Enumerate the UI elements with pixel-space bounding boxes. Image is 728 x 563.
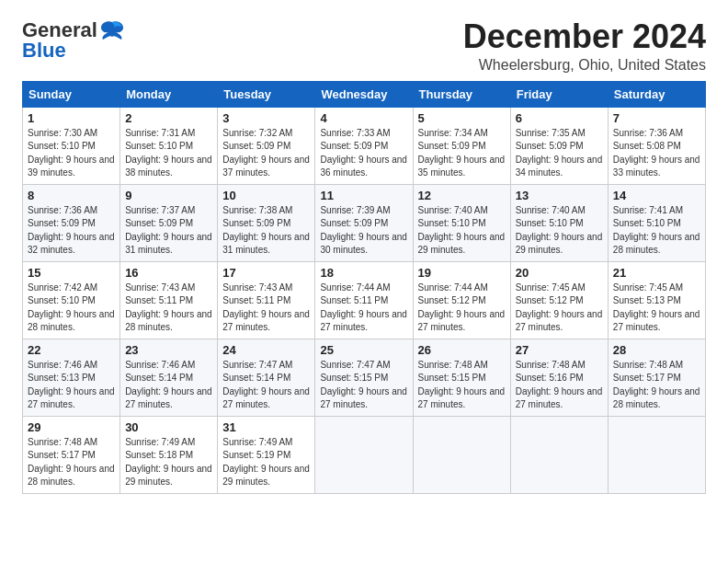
calendar-cell: 13Sunrise: 7:40 AMSunset: 5:10 PMDayligh… — [510, 184, 608, 261]
calendar-cell: 14Sunrise: 7:41 AMSunset: 5:10 PMDayligh… — [608, 184, 705, 261]
calendar-week-row: 29Sunrise: 7:48 AMSunset: 5:17 PMDayligh… — [23, 416, 706, 493]
main-title: December 2024 — [463, 18, 706, 55]
logo-bird-icon — [99, 20, 125, 40]
day-detail: Sunrise: 7:43 AMSunset: 5:11 PMDaylight:… — [125, 282, 212, 335]
day-number: 17 — [222, 266, 310, 280]
calendar-header-saturday: Saturday — [608, 81, 705, 107]
calendar: SundayMondayTuesdayWednesdayThursdayFrid… — [22, 81, 706, 494]
calendar-cell: 30Sunrise: 7:49 AMSunset: 5:18 PMDayligh… — [120, 416, 218, 493]
logo-blue-text: Blue — [22, 39, 66, 63]
day-detail: Sunrise: 7:33 AMSunset: 5:09 PMDaylight:… — [320, 127, 407, 180]
day-number: 18 — [320, 266, 407, 280]
calendar-cell: 20Sunrise: 7:45 AMSunset: 5:12 PMDayligh… — [510, 261, 608, 339]
calendar-cell — [608, 416, 705, 493]
day-detail: Sunrise: 7:46 AMSunset: 5:13 PMDaylight:… — [28, 359, 115, 412]
calendar-cell: 22Sunrise: 7:46 AMSunset: 5:13 PMDayligh… — [23, 339, 120, 416]
calendar-cell: 25Sunrise: 7:47 AMSunset: 5:15 PMDayligh… — [315, 339, 413, 416]
calendar-cell: 11Sunrise: 7:39 AMSunset: 5:09 PMDayligh… — [315, 184, 413, 261]
calendar-cell: 15Sunrise: 7:42 AMSunset: 5:10 PMDayligh… — [23, 261, 120, 339]
calendar-cell — [413, 416, 510, 493]
calendar-cell: 23Sunrise: 7:46 AMSunset: 5:14 PMDayligh… — [120, 339, 218, 416]
calendar-cell: 31Sunrise: 7:49 AMSunset: 5:19 PMDayligh… — [218, 416, 315, 493]
calendar-header-friday: Friday — [510, 81, 608, 107]
day-number: 4 — [320, 111, 407, 125]
day-number: 28 — [613, 343, 700, 357]
day-number: 13 — [516, 189, 603, 202]
calendar-cell: 16Sunrise: 7:43 AMSunset: 5:11 PMDayligh… — [120, 261, 218, 339]
calendar-cell: 12Sunrise: 7:40 AMSunset: 5:10 PMDayligh… — [413, 184, 510, 261]
calendar-cell: 9Sunrise: 7:37 AMSunset: 5:09 PMDaylight… — [120, 184, 218, 261]
day-detail: Sunrise: 7:49 AMSunset: 5:19 PMDaylight:… — [222, 436, 310, 489]
subtitle: Wheelersburg, Ohio, United States — [463, 57, 706, 74]
day-detail: Sunrise: 7:38 AMSunset: 5:09 PMDaylight:… — [222, 204, 310, 258]
day-number: 11 — [320, 189, 407, 202]
calendar-header-tuesday: Tuesday — [218, 81, 315, 107]
calendar-week-row: 22Sunrise: 7:46 AMSunset: 5:13 PMDayligh… — [23, 339, 706, 416]
calendar-cell: 1Sunrise: 7:30 AMSunset: 5:10 PMDaylight… — [23, 107, 120, 184]
day-detail: Sunrise: 7:49 AMSunset: 5:18 PMDaylight:… — [125, 436, 212, 489]
day-detail: Sunrise: 7:47 AMSunset: 5:15 PMDaylight:… — [320, 359, 407, 412]
day-detail: Sunrise: 7:48 AMSunset: 5:15 PMDaylight:… — [418, 359, 506, 412]
day-number: 23 — [125, 343, 212, 357]
calendar-cell: 6Sunrise: 7:35 AMSunset: 5:09 PMDaylight… — [510, 107, 608, 184]
day-number: 19 — [418, 266, 506, 280]
day-number: 25 — [320, 343, 407, 357]
calendar-cell: 18Sunrise: 7:44 AMSunset: 5:11 PMDayligh… — [315, 261, 413, 339]
day-number: 31 — [222, 420, 310, 434]
day-detail: Sunrise: 7:40 AMSunset: 5:10 PMDaylight:… — [418, 204, 506, 258]
calendar-cell: 28Sunrise: 7:48 AMSunset: 5:17 PMDayligh… — [608, 339, 705, 416]
day-detail: Sunrise: 7:39 AMSunset: 5:09 PMDaylight:… — [320, 204, 407, 258]
day-number: 8 — [28, 189, 115, 202]
day-number: 6 — [516, 111, 603, 125]
day-number: 30 — [125, 420, 212, 434]
day-detail: Sunrise: 7:36 AMSunset: 5:09 PMDaylight:… — [28, 204, 115, 258]
day-detail: Sunrise: 7:41 AMSunset: 5:10 PMDaylight:… — [613, 204, 700, 258]
day-detail: Sunrise: 7:32 AMSunset: 5:09 PMDaylight:… — [222, 127, 310, 180]
day-number: 16 — [125, 266, 212, 280]
day-number: 24 — [222, 343, 310, 357]
day-detail: Sunrise: 7:48 AMSunset: 5:16 PMDaylight:… — [516, 359, 603, 412]
title-section: December 2024 Wheelersburg, Ohio, United… — [463, 18, 706, 74]
calendar-cell: 17Sunrise: 7:43 AMSunset: 5:11 PMDayligh… — [218, 261, 315, 339]
calendar-cell: 21Sunrise: 7:45 AMSunset: 5:13 PMDayligh… — [608, 261, 705, 339]
calendar-cell: 5Sunrise: 7:34 AMSunset: 5:09 PMDaylight… — [413, 107, 510, 184]
day-detail: Sunrise: 7:40 AMSunset: 5:10 PMDaylight:… — [516, 204, 603, 258]
calendar-cell: 8Sunrise: 7:36 AMSunset: 5:09 PMDaylight… — [23, 184, 120, 261]
calendar-cell: 2Sunrise: 7:31 AMSunset: 5:10 PMDaylight… — [120, 107, 218, 184]
calendar-cell — [315, 416, 413, 493]
day-number: 10 — [222, 189, 310, 202]
day-detail: Sunrise: 7:44 AMSunset: 5:12 PMDaylight:… — [418, 282, 506, 335]
page-container: General Blue December 2024 Wheelersburg,… — [22, 18, 706, 494]
calendar-header-wednesday: Wednesday — [315, 81, 413, 107]
day-number: 20 — [516, 266, 603, 280]
day-number: 29 — [28, 420, 115, 434]
calendar-cell: 19Sunrise: 7:44 AMSunset: 5:12 PMDayligh… — [413, 261, 510, 339]
day-detail: Sunrise: 7:45 AMSunset: 5:12 PMDaylight:… — [516, 282, 603, 335]
day-number: 5 — [418, 111, 506, 125]
day-number: 26 — [418, 343, 506, 357]
day-number: 3 — [222, 111, 310, 125]
day-number: 22 — [28, 343, 115, 357]
day-number: 14 — [613, 189, 700, 202]
day-number: 9 — [125, 189, 212, 202]
calendar-header-row: SundayMondayTuesdayWednesdayThursdayFrid… — [23, 81, 706, 107]
calendar-cell: 4Sunrise: 7:33 AMSunset: 5:09 PMDaylight… — [315, 107, 413, 184]
day-detail: Sunrise: 7:36 AMSunset: 5:08 PMDaylight:… — [613, 127, 700, 180]
day-detail: Sunrise: 7:30 AMSunset: 5:10 PMDaylight:… — [28, 127, 115, 180]
day-number: 7 — [613, 111, 700, 125]
day-number: 1 — [28, 111, 115, 125]
day-detail: Sunrise: 7:44 AMSunset: 5:11 PMDaylight:… — [320, 282, 407, 335]
logo: General Blue — [22, 18, 125, 63]
calendar-cell — [510, 416, 608, 493]
day-number: 2 — [125, 111, 212, 125]
day-detail: Sunrise: 7:43 AMSunset: 5:11 PMDaylight:… — [222, 282, 310, 335]
header: General Blue December 2024 Wheelersburg,… — [22, 18, 706, 74]
calendar-header-sunday: Sunday — [23, 81, 120, 107]
day-detail: Sunrise: 7:47 AMSunset: 5:14 PMDaylight:… — [222, 359, 310, 412]
calendar-header-thursday: Thursday — [413, 81, 510, 107]
day-detail: Sunrise: 7:48 AMSunset: 5:17 PMDaylight:… — [613, 359, 700, 412]
calendar-cell: 27Sunrise: 7:48 AMSunset: 5:16 PMDayligh… — [510, 339, 608, 416]
calendar-cell: 10Sunrise: 7:38 AMSunset: 5:09 PMDayligh… — [218, 184, 315, 261]
day-number: 21 — [613, 266, 700, 280]
calendar-week-row: 1Sunrise: 7:30 AMSunset: 5:10 PMDaylight… — [23, 107, 706, 184]
